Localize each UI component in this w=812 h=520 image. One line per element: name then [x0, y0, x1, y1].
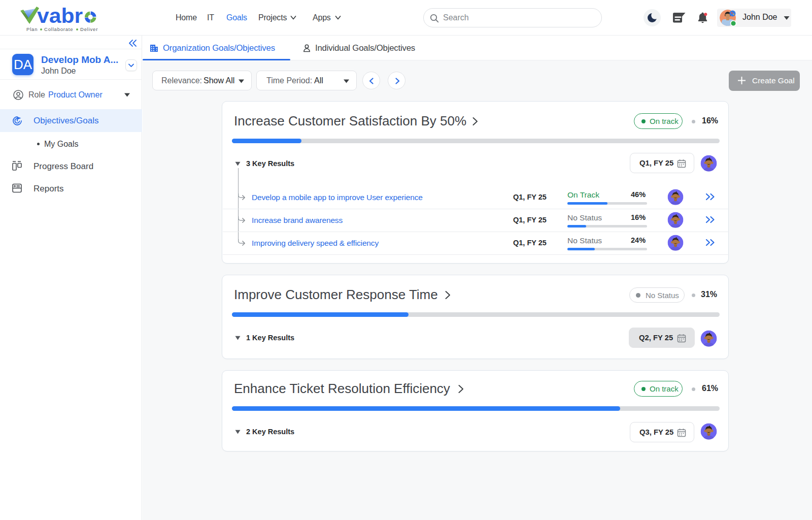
svg-text:Plan: Plan	[26, 26, 38, 32]
svg-text:Collaborate: Collaborate	[44, 26, 73, 32]
svg-text:vabr: vabr	[37, 5, 83, 27]
svg-text:Deliver: Deliver	[80, 26, 98, 32]
